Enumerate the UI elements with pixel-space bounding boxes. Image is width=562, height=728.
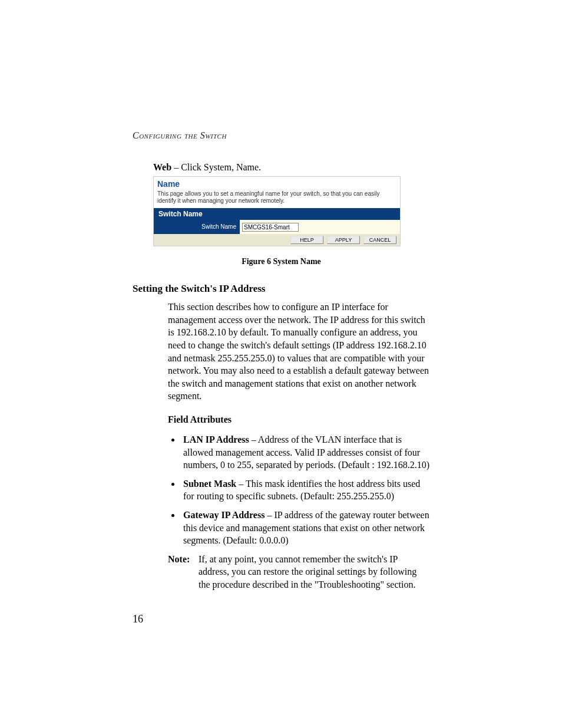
figure-caption: Figure 6 System Name <box>133 257 430 266</box>
button-row: HELP APPLY CANCEL <box>154 234 400 246</box>
body-area: Web – Click System, Name. Name This page… <box>133 162 430 591</box>
switch-config-panel: Name This page allows you to set a meani… <box>153 176 401 246</box>
note-block: Note: If, at any point, you cannot remem… <box>168 553 430 591</box>
field-attributes-heading: Field Attributes <box>168 414 430 425</box>
list-item: Subnet Mask – This mask identifies the h… <box>181 477 430 503</box>
help-button[interactable]: HELP <box>290 236 323 244</box>
switch-name-label: Switch Name <box>154 220 240 234</box>
running-head: Configuring the Switch <box>133 130 227 141</box>
intro-paragraph: This section describes how to configure … <box>168 301 430 403</box>
note-label: Note: <box>168 553 199 591</box>
page-number: 16 <box>133 613 143 625</box>
switch-name-row: Switch Name <box>154 220 400 234</box>
list-item: LAN IP Address – Address of the VLAN int… <box>181 433 430 472</box>
web-text: – Click System, Name. <box>171 162 261 172</box>
section-header: Switch Name <box>154 208 400 220</box>
attr-term: Subnet Mask <box>183 479 236 489</box>
subsection-heading: Setting the Switch's IP Address <box>133 283 430 295</box>
attr-term: Gateway IP Address <box>183 510 265 520</box>
switch-name-cell <box>240 223 400 232</box>
note-text: If, at any point, you cannot remember th… <box>199 553 430 591</box>
attr-term: LAN IP Address <box>183 434 249 444</box>
field-attributes-list: LAN IP Address – Address of the VLAN int… <box>168 433 430 547</box>
web-label: Web <box>153 162 171 172</box>
list-item: Gateway IP Address – IP address of the g… <box>181 509 430 547</box>
apply-button[interactable]: APPLY <box>327 236 360 244</box>
switch-name-input[interactable] <box>242 223 299 232</box>
panel-description: This page allows you to set a meaningful… <box>154 189 400 208</box>
page: Configuring the Switch Web – Click Syste… <box>0 0 562 728</box>
cancel-button[interactable]: CANCEL <box>363 236 396 244</box>
panel-title: Name <box>154 177 400 189</box>
web-instruction: Web – Click System, Name. <box>153 162 430 173</box>
